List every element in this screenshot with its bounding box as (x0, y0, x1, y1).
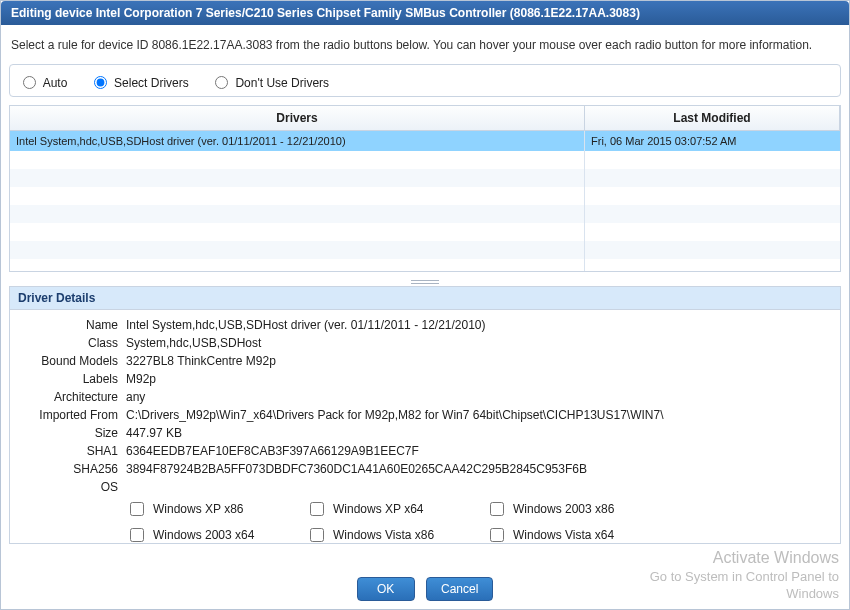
detail-label-labels: Labels (18, 372, 126, 386)
dialog-title: Editing device Intel Corporation 7 Serie… (1, 1, 849, 25)
driver-details-heading: Driver Details (10, 287, 840, 310)
radio-select-drivers-label: Select Drivers (114, 76, 189, 90)
detail-value-bound-models: 3227BL8 ThinkCentre M92p (126, 354, 832, 368)
table-row-empty (10, 241, 840, 259)
detail-value-sha256: 3894F87924B2BA5FF073DBDFC7360DC1A41A60E0… (126, 462, 832, 476)
os-option-label: Windows XP x86 (153, 502, 244, 516)
detail-value-name: Intel System,hdc,USB,SDHost driver (ver.… (126, 318, 832, 332)
os-option-label: Windows XP x64 (333, 502, 424, 516)
detail-value-size: 447.97 KB (126, 426, 832, 440)
detail-label-sha256: SHA256 (18, 462, 126, 476)
os-option[interactable]: Windows Vista x86 (306, 522, 486, 543)
driver-details-body: NameIntel System,hdc,USB,SDHost driver (… (10, 310, 840, 543)
rule-radio-group: Auto Select Drivers Don't Use Drivers (9, 64, 841, 97)
table-row-empty (10, 187, 840, 205)
detail-label-os: OS (18, 480, 126, 494)
splitter-grip-icon (411, 280, 439, 284)
detail-label-sha1: SHA1 (18, 444, 126, 458)
os-checkbox[interactable] (310, 528, 324, 542)
radio-dont-use-drivers-label: Don't Use Drivers (235, 76, 329, 90)
os-option-label: Windows 2003 x64 (153, 528, 254, 542)
os-checkbox-grid: Windows XP x86Windows XP x64Windows 2003… (126, 496, 832, 543)
driver-details-panel: Driver Details NameIntel System,hdc,USB,… (9, 286, 841, 544)
os-option[interactable]: Windows Vista x64 (486, 522, 666, 543)
detail-value-class: System,hdc,USB,SDHost (126, 336, 832, 350)
radio-select-drivers-input[interactable] (94, 76, 107, 89)
table-row-empty (10, 169, 840, 187)
os-checkbox[interactable] (310, 502, 324, 516)
os-option[interactable]: Windows 2003 x86 (486, 496, 666, 522)
os-checkbox[interactable] (490, 528, 504, 542)
os-checkbox[interactable] (130, 502, 144, 516)
detail-label-class: Class (18, 336, 126, 350)
splitter-handle[interactable] (9, 278, 841, 286)
detail-value-os (126, 480, 832, 494)
table-row-empty (10, 151, 840, 169)
table-row[interactable]: Intel System,hdc,USB,SDHost driver (ver.… (10, 131, 840, 151)
drivers-table-body[interactable]: Intel System,hdc,USB,SDHost driver (ver.… (10, 131, 840, 271)
os-option-label: Windows Vista x64 (513, 528, 614, 542)
detail-label-architecture: Architecture (18, 390, 126, 404)
detail-value-sha1: 6364EEDB7EAF10EF8CAB3F397A66129A9B1EEC7F (126, 444, 832, 458)
detail-value-imported-from: C:\Drivers_M92p\Win7_x64\Drivers Pack fo… (126, 408, 832, 422)
cancel-button[interactable]: Cancel (426, 577, 493, 601)
cell-last-modified: Fri, 06 Mar 2015 03:07:52 AM (585, 131, 840, 151)
radio-dont-use-drivers[interactable]: Don't Use Drivers (210, 76, 329, 90)
os-option-label: Windows Vista x86 (333, 528, 434, 542)
drivers-table-header: Drivers Last Modified (10, 106, 840, 131)
watermark-line1: Activate Windows (650, 548, 839, 569)
radio-auto-input[interactable] (23, 76, 36, 89)
os-checkbox[interactable] (130, 528, 144, 542)
dialog-button-bar: OK Cancel (1, 577, 849, 601)
detail-label-name: Name (18, 318, 126, 332)
drivers-table: Drivers Last Modified Intel System,hdc,U… (9, 105, 841, 272)
radio-select-drivers[interactable]: Select Drivers (89, 76, 192, 90)
os-option[interactable]: Windows XP x64 (306, 496, 486, 522)
detail-value-labels: M92p (126, 372, 832, 386)
table-row-empty (10, 259, 840, 271)
detail-label-bound-models: Bound Models (18, 354, 126, 368)
instructions-text: Select a rule for device ID 8086.1E22.17… (1, 25, 849, 62)
os-option[interactable]: Windows XP x86 (126, 496, 306, 522)
detail-value-architecture: any (126, 390, 832, 404)
radio-auto-label: Auto (43, 76, 68, 90)
os-option[interactable]: Windows 2003 x64 (126, 522, 306, 543)
detail-label-size: Size (18, 426, 126, 440)
table-row-empty (10, 205, 840, 223)
os-checkbox[interactable] (490, 502, 504, 516)
ok-button[interactable]: OK (357, 577, 415, 601)
radio-auto[interactable]: Auto (18, 76, 71, 90)
table-row-empty (10, 223, 840, 241)
radio-dont-use-drivers-input[interactable] (215, 76, 228, 89)
cell-driver: Intel System,hdc,USB,SDHost driver (ver.… (10, 131, 585, 151)
column-header-last-modified[interactable]: Last Modified (585, 106, 840, 130)
column-header-drivers[interactable]: Drivers (10, 106, 585, 130)
detail-label-imported-from: Imported From (18, 408, 126, 422)
os-option-label: Windows 2003 x86 (513, 502, 614, 516)
